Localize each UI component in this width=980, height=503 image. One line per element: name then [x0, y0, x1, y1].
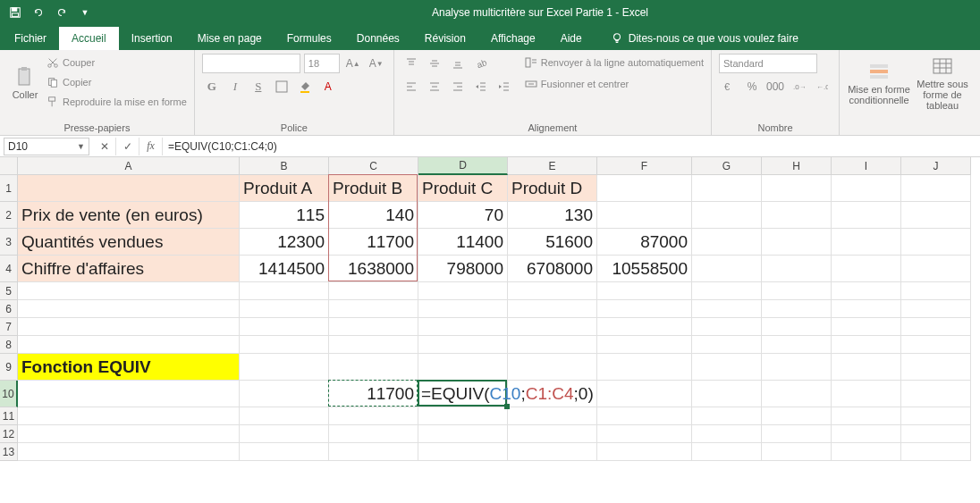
cell-D3[interactable]: 11400: [418, 229, 508, 256]
cell-G1[interactable]: [692, 175, 762, 202]
cell-F11[interactable]: [597, 407, 692, 425]
cell-J11[interactable]: [901, 407, 971, 425]
cell-J3[interactable]: [901, 229, 971, 256]
cell-G6[interactable]: [692, 300, 762, 318]
row-header-11[interactable]: 11: [0, 407, 18, 425]
col-header-E[interactable]: E: [508, 157, 597, 175]
cell-J6[interactable]: [901, 300, 971, 318]
cell-D8[interactable]: [418, 336, 508, 354]
cell-I5[interactable]: [832, 282, 901, 300]
cell-C13[interactable]: [329, 443, 418, 461]
cell-B12[interactable]: [240, 425, 329, 443]
cell-F6[interactable]: [597, 300, 692, 318]
name-box[interactable]: D10 ▼: [4, 138, 89, 155]
cell-I1[interactable]: [832, 175, 901, 202]
font-color-button[interactable]: A: [318, 77, 338, 96]
cell-D4[interactable]: 798000: [418, 256, 508, 282]
decrease-font-button[interactable]: A▼: [367, 54, 386, 73]
format-as-table-button[interactable]: Mettre sous forme de tableau: [915, 54, 970, 113]
tab-aide[interactable]: Aide: [548, 27, 595, 50]
format-painter-button[interactable]: Reproduire la mise en forme: [46, 93, 187, 111]
cell-J5[interactable]: [901, 282, 971, 300]
tab-fichier[interactable]: Fichier: [2, 27, 59, 50]
cell-A5[interactable]: [18, 282, 240, 300]
tell-me-search[interactable]: Dites-nous ce que vous voulez faire: [602, 27, 807, 50]
cell-A2[interactable]: Prix de vente (en euros): [18, 202, 240, 229]
row-header-9[interactable]: 9: [0, 354, 18, 381]
cell-H7[interactable]: [762, 318, 832, 336]
cell-B4[interactable]: 1414500: [240, 256, 329, 282]
cell-E9[interactable]: [508, 354, 597, 381]
col-header-F[interactable]: F: [597, 157, 692, 175]
cell-C11[interactable]: [329, 407, 418, 425]
row-header-10[interactable]: 10: [0, 381, 18, 407]
copy-button[interactable]: Copier: [46, 73, 187, 91]
bold-button[interactable]: G: [202, 77, 222, 96]
cell-H5[interactable]: [762, 282, 832, 300]
qat-customize[interactable]: ▼: [75, 3, 95, 22]
cell-G3[interactable]: [692, 229, 762, 256]
col-header-A[interactable]: A: [18, 157, 240, 175]
increase-font-button[interactable]: A▲: [343, 54, 363, 73]
cell-E11[interactable]: [508, 407, 597, 425]
cell-C6[interactable]: [329, 300, 418, 318]
undo-button[interactable]: [29, 3, 48, 22]
cell-H2[interactable]: [762, 202, 832, 229]
cell-D10[interactable]: [418, 381, 508, 407]
cell-J13[interactable]: [901, 443, 971, 461]
cell-C5[interactable]: [329, 282, 418, 300]
cell-J9[interactable]: [901, 354, 971, 381]
cell-G10[interactable]: [692, 381, 762, 407]
align-left-button[interactable]: [401, 77, 421, 96]
cell-A11[interactable]: [18, 407, 240, 425]
increase-decimal-button[interactable]: .0→: [789, 77, 808, 96]
cell-G4[interactable]: [692, 256, 762, 282]
cell-A12[interactable]: [18, 425, 240, 443]
cell-D1[interactable]: Produit C: [418, 175, 508, 202]
font-size-select[interactable]: [304, 54, 340, 73]
row-header-12[interactable]: 12: [0, 425, 18, 443]
cell-A7[interactable]: [18, 318, 240, 336]
cell-E7[interactable]: [508, 318, 597, 336]
align-top-button[interactable]: [401, 54, 421, 73]
tab-donnees[interactable]: Données: [344, 27, 412, 50]
cell-H12[interactable]: [762, 425, 832, 443]
cell-H6[interactable]: [762, 300, 832, 318]
cell-B9[interactable]: [240, 354, 329, 381]
cell-F4[interactable]: 10558500: [597, 256, 692, 282]
cell-G9[interactable]: [692, 354, 762, 381]
cell-I12[interactable]: [832, 425, 901, 443]
cell-B7[interactable]: [240, 318, 329, 336]
col-header-J[interactable]: J: [901, 157, 971, 175]
cell-D6[interactable]: [418, 300, 508, 318]
cell-C4[interactable]: 1638000: [329, 256, 418, 282]
cell-A4[interactable]: Chiffre d'affaires: [18, 256, 240, 282]
cell-C2[interactable]: 140: [329, 202, 418, 229]
fill-color-button[interactable]: [295, 77, 315, 96]
cell-E13[interactable]: [508, 443, 597, 461]
cell-B3[interactable]: 12300: [240, 229, 329, 256]
row-header-1[interactable]: 1: [0, 175, 18, 202]
cell-A10[interactable]: [18, 381, 240, 407]
cell-F10[interactable]: [597, 381, 692, 407]
insert-function-button[interactable]: fx: [139, 138, 163, 155]
cell-H4[interactable]: [762, 256, 832, 282]
cell-F2[interactable]: [597, 202, 692, 229]
redo-button[interactable]: [52, 3, 72, 22]
tab-affichage[interactable]: Affichage: [478, 27, 548, 50]
tab-revision[interactable]: Révision: [412, 27, 478, 50]
cell-J4[interactable]: [901, 256, 971, 282]
cell-G5[interactable]: [692, 282, 762, 300]
conditional-format-button[interactable]: Mise en forme conditionnelle: [847, 54, 911, 113]
font-name-select[interactable]: [202, 54, 300, 73]
cell-F7[interactable]: [597, 318, 692, 336]
select-all-corner[interactable]: [0, 157, 18, 175]
cancel-formula-button[interactable]: ✕: [93, 138, 116, 155]
cell-D2[interactable]: 70: [418, 202, 508, 229]
cell-B5[interactable]: [240, 282, 329, 300]
spreadsheet[interactable]: ABCDEFGHIJ 12345678910111213 Produit APr…: [0, 157, 980, 503]
col-header-G[interactable]: G: [692, 157, 762, 175]
row-header-8[interactable]: 8: [0, 336, 18, 354]
cell-B1[interactable]: Produit A: [240, 175, 329, 202]
italic-button[interactable]: I: [225, 77, 245, 96]
